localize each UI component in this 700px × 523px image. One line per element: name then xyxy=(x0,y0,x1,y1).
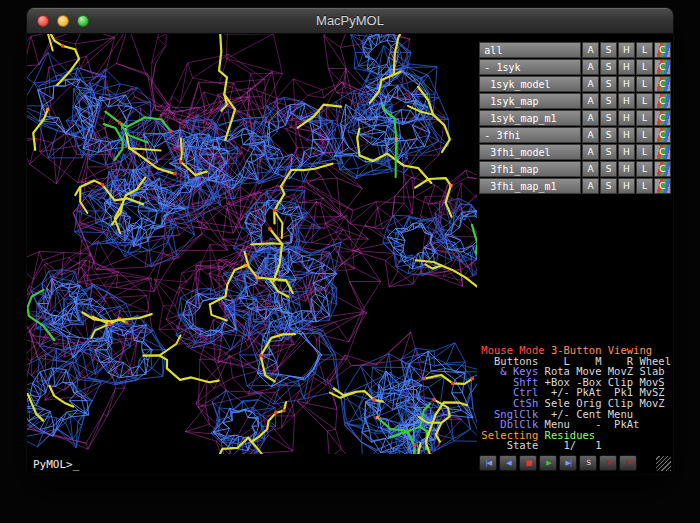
vcr-controls: |◀◀■▶▶|S▼▼ xyxy=(479,454,671,472)
object-1syk_map-s-button[interactable]: S xyxy=(600,93,617,109)
object-3fhi_map_m1-a-button[interactable]: A xyxy=(582,178,599,194)
object-row: 3fhi_modelASHLC xyxy=(479,144,671,160)
loop-button[interactable]: ▼ xyxy=(599,455,617,471)
object-3fhi_map_m1-l-button[interactable]: L xyxy=(636,178,653,194)
go-to-start-button[interactable]: |◀ xyxy=(479,455,497,471)
object-1syk_map-c-button[interactable]: C xyxy=(654,93,671,109)
object-1syk_model-l-button[interactable]: L xyxy=(636,76,653,92)
object-1syk_map_m1-l-button[interactable]: L xyxy=(636,110,653,126)
go-to-end-icon: ▶| xyxy=(565,459,571,467)
object-1syk_model-c-button[interactable]: C xyxy=(654,76,671,92)
object-name-1syk[interactable]: - 1syk xyxy=(479,59,581,75)
object-1syk-a-button[interactable]: A xyxy=(582,59,599,75)
object-1syk_map_m1-a-button[interactable]: A xyxy=(582,110,599,126)
object-3fhi_map-h-button[interactable]: H xyxy=(618,161,635,177)
step-back-button[interactable]: ◀ xyxy=(499,455,517,471)
desktop: MacPyMOL PyMOL>_ allASHLC- 1sykASHLC1syk… xyxy=(0,0,700,523)
object-name-1syk_map[interactable]: 1syk_map xyxy=(479,93,581,109)
object-name-all[interactable]: all xyxy=(479,42,581,58)
object-row: - 1sykASHLC xyxy=(479,59,671,75)
object-3fhi_map-c-button[interactable]: C xyxy=(654,161,671,177)
object-1syk_model-h-button[interactable]: H xyxy=(618,76,635,92)
object-3fhi-c-button[interactable]: C xyxy=(654,127,671,143)
object-1syk_model-s-button[interactable]: S xyxy=(600,76,617,92)
object-1syk-s-button[interactable]: S xyxy=(600,59,617,75)
scene-button[interactable]: S xyxy=(579,455,597,471)
object-3fhi-s-button[interactable]: S xyxy=(600,127,617,143)
object-1syk_map-h-button[interactable]: H xyxy=(618,93,635,109)
object-name-1syk_map_m1[interactable]: 1syk_map_m1 xyxy=(479,110,581,126)
macpymol-window: MacPyMOL PyMOL>_ allASHLC- 1sykASHLC1syk… xyxy=(27,8,673,474)
object-1syk-l-button[interactable]: L xyxy=(636,59,653,75)
object-1syk-h-button[interactable]: H xyxy=(618,59,635,75)
text-segment: State 1/ 1 xyxy=(481,439,601,451)
command-prompt: PyMOL> xyxy=(33,458,73,471)
object-3fhi_model-s-button[interactable]: S xyxy=(600,144,617,160)
object-all-c-button[interactable]: C xyxy=(654,42,671,58)
mouse-panel: Mouse Mode 3-Button Viewing Buttons L M … xyxy=(479,345,671,451)
zoom-button[interactable] xyxy=(77,15,89,27)
object-3fhi-l-button[interactable]: L xyxy=(636,127,653,143)
object-3fhi_map_m1-c-button[interactable]: C xyxy=(654,178,671,194)
object-3fhi_map-a-button[interactable]: A xyxy=(582,161,599,177)
object-row: allASHLC xyxy=(479,42,671,58)
object-3fhi_map_m1-h-button[interactable]: H xyxy=(618,178,635,194)
object-1syk_map_m1-h-button[interactable]: H xyxy=(618,110,635,126)
play-button[interactable]: ▶ xyxy=(539,455,557,471)
loop-icon: ▼ xyxy=(606,459,610,467)
object-1syk_map_m1-s-button[interactable]: S xyxy=(600,110,617,126)
object-row: 3fhi_mapASHLC xyxy=(479,161,671,177)
object-1syk_map-a-button[interactable]: A xyxy=(582,93,599,109)
object-3fhi_model-c-button[interactable]: C xyxy=(654,144,671,160)
object-3fhi-a-button[interactable]: A xyxy=(582,127,599,143)
object-row: 1syk_modelASHLC xyxy=(479,76,671,92)
object-3fhi_model-h-button[interactable]: H xyxy=(618,144,635,160)
object-all-a-button[interactable]: A xyxy=(582,42,599,58)
object-name-3fhi_model[interactable]: 3fhi_model xyxy=(479,144,581,160)
object-all-s-button[interactable]: S xyxy=(600,42,617,58)
object-list: allASHLC- 1sykASHLC1syk_modelASHLC1syk_m… xyxy=(479,42,671,195)
object-1syk_model-a-button[interactable]: A xyxy=(582,76,599,92)
close-button[interactable] xyxy=(37,15,49,27)
command-line[interactable]: PyMOL>_ xyxy=(27,454,477,474)
scene-icon: S xyxy=(587,459,590,467)
movie-menu-icon: ▼ xyxy=(626,459,630,467)
object-3fhi_model-a-button[interactable]: A xyxy=(582,144,599,160)
go-to-end-button[interactable]: ▶| xyxy=(559,455,577,471)
object-3fhi_map_m1-s-button[interactable]: S xyxy=(600,178,617,194)
stop-icon: ■ xyxy=(526,459,532,467)
stop-button[interactable]: ■ xyxy=(519,455,537,471)
object-all-h-button[interactable]: H xyxy=(618,42,635,58)
object-name-3fhi_map_m1[interactable]: 3fhi_map_m1 xyxy=(479,178,581,194)
traffic-lights xyxy=(37,8,89,33)
object-1syk_map-l-button[interactable]: L xyxy=(636,93,653,109)
object-row: - 3fhiASHLC xyxy=(479,127,671,143)
viewport-area: PyMOL>_ xyxy=(27,34,477,474)
play-icon: ▶ xyxy=(546,459,550,467)
object-3fhi_map-s-button[interactable]: S xyxy=(600,161,617,177)
window-content: PyMOL>_ allASHLC- 1sykASHLC1syk_modelASH… xyxy=(27,34,673,474)
object-name-3fhi[interactable]: - 3fhi xyxy=(479,127,581,143)
object-row: 3fhi_map_m1ASHLC xyxy=(479,178,671,194)
object-3fhi-h-button[interactable]: H xyxy=(618,127,635,143)
step-back-icon: ◀ xyxy=(506,459,510,467)
minimize-button[interactable] xyxy=(57,15,69,27)
object-name-1syk_model[interactable]: 1syk_model xyxy=(479,76,581,92)
command-cursor: _ xyxy=(73,458,80,471)
vcr-buttons: |◀◀■▶▶|S▼▼ xyxy=(479,455,637,471)
object-1syk-c-button[interactable]: C xyxy=(654,59,671,75)
side-panel: allASHLC- 1sykASHLC1syk_modelASHLC1syk_m… xyxy=(477,34,673,474)
movie-menu-button[interactable]: ▼ xyxy=(619,455,637,471)
object-row: 1syk_mapASHLC xyxy=(479,93,671,109)
object-3fhi_map-l-button[interactable]: L xyxy=(636,161,653,177)
resize-grip[interactable] xyxy=(656,456,671,471)
titlebar[interactable]: MacPyMOL xyxy=(27,8,673,34)
object-name-3fhi_map[interactable]: 3fhi_map xyxy=(479,161,581,177)
object-row: 1syk_map_m1ASHLC xyxy=(479,110,671,126)
panel-spacer xyxy=(479,195,671,345)
object-3fhi_model-l-button[interactable]: L xyxy=(636,144,653,160)
go-to-start-icon: |◀ xyxy=(485,459,491,467)
object-all-l-button[interactable]: L xyxy=(636,42,653,58)
viewport-canvas[interactable] xyxy=(27,34,477,454)
object-1syk_map_m1-c-button[interactable]: C xyxy=(654,110,671,126)
